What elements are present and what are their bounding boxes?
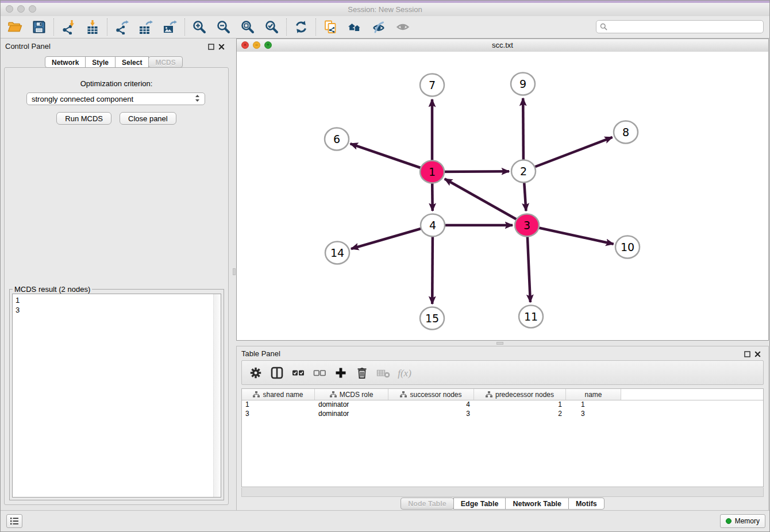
network-minimize-button[interactable]: − xyxy=(253,41,260,49)
graph-node-2[interactable]: 2 xyxy=(511,160,536,183)
search-box[interactable] xyxy=(596,20,764,33)
zoom-fit-content-button[interactable] xyxy=(236,17,260,37)
table-panel-close-icon[interactable] xyxy=(753,350,761,358)
show-all-columns-icon xyxy=(291,365,306,380)
table-panel-float-icon[interactable] xyxy=(743,350,751,358)
network-close-button[interactable]: × xyxy=(241,41,249,49)
tab-style[interactable]: Style xyxy=(85,56,116,68)
delete-table-icon xyxy=(376,365,391,380)
graph-node-8[interactable]: 8 xyxy=(614,121,638,144)
function-builder-button: f(x) xyxy=(396,365,413,381)
show-hide-graphics-details-button[interactable] xyxy=(367,17,391,37)
show-all-columns-button[interactable] xyxy=(290,365,306,381)
graph-node-7[interactable]: 7 xyxy=(420,74,444,97)
tab-mcds[interactable]: MCDS xyxy=(148,56,182,68)
table-cell[interactable]: dominator xyxy=(315,410,388,419)
table-cell[interactable]: 2 xyxy=(474,410,566,419)
column-header-name[interactable]: name xyxy=(566,389,621,400)
graph-node-4[interactable]: 4 xyxy=(421,214,445,237)
tab-network-table[interactable]: Network Table xyxy=(505,498,569,510)
close-panel-button[interactable]: Close panel xyxy=(120,112,176,125)
tab-edge-table[interactable]: Edge Table xyxy=(453,498,506,510)
delete-columns-button[interactable] xyxy=(354,365,370,381)
criterion-dropdown[interactable]: strongly connected component xyxy=(26,92,205,105)
apply-preferred-layout-icon xyxy=(294,20,309,34)
delete-table-button xyxy=(375,365,391,381)
column-header-shared-name[interactable]: shared name xyxy=(242,389,315,400)
open-session-button[interactable] xyxy=(3,17,27,37)
tab-network[interactable]: Network xyxy=(45,56,86,68)
save-session-button[interactable] xyxy=(27,17,51,37)
tab-select[interactable]: Select xyxy=(115,56,149,68)
export-image-button[interactable] xyxy=(158,17,182,37)
create-column-button[interactable] xyxy=(333,365,349,381)
node-table-rows: 1dominator4113dominator323 xyxy=(242,400,763,419)
graph-node-3[interactable]: 3 xyxy=(515,214,539,237)
export-network-button[interactable] xyxy=(110,17,134,37)
graph-node-9[interactable]: 9 xyxy=(511,73,535,95)
run-mcds-button[interactable]: Run MCDS xyxy=(56,112,111,125)
table-panel: Table Panel f(x) shared nameMCDS rolesuc… xyxy=(236,346,769,511)
graph-node-1[interactable]: 1 xyxy=(420,161,444,183)
column-source-icon xyxy=(486,391,492,398)
table-cell[interactable]: 4 xyxy=(388,400,474,410)
close-panel-icon[interactable] xyxy=(217,43,225,51)
graph-edge-3-1[interactable] xyxy=(445,179,527,225)
show-hide-panels-button[interactable] xyxy=(342,17,367,37)
table-cell[interactable]: 3 xyxy=(566,410,621,419)
control-panel: Control Panel NetworkStyleSelectMCDS Opt… xyxy=(1,38,232,511)
column-header-successor-nodes[interactable]: successor nodes xyxy=(388,389,474,400)
table-cell[interactable]: dominator xyxy=(315,400,388,410)
column-header-MCDS-role[interactable]: MCDS role xyxy=(315,389,388,400)
table-cell[interactable]: 1 xyxy=(566,400,621,410)
column-source-icon xyxy=(400,391,407,398)
table-row[interactable]: 3dominator323 xyxy=(242,410,763,419)
task-history-button[interactable] xyxy=(6,514,22,528)
table-cell[interactable]: 1 xyxy=(474,400,566,410)
column-header-predecessor-nodes[interactable]: predecessor nodes xyxy=(474,389,566,400)
hide-all-columns-button[interactable] xyxy=(311,365,328,381)
birdseye-view-icon xyxy=(395,20,410,34)
table-cell[interactable]: 3 xyxy=(388,410,474,419)
toolbar-separator xyxy=(286,18,287,36)
table-cell[interactable]: 3 xyxy=(242,410,315,419)
memory-button[interactable]: Memory xyxy=(720,514,765,528)
tab-node-table[interactable]: Node Table xyxy=(401,498,453,510)
import-network-button[interactable] xyxy=(56,17,80,37)
graph-node-15[interactable]: 15 xyxy=(420,307,444,330)
toggle-panel-split-button[interactable] xyxy=(269,365,285,381)
import-table-button[interactable] xyxy=(80,17,105,37)
graph-node-label: 9 xyxy=(519,78,526,90)
export-table-button[interactable] xyxy=(134,17,158,37)
network-maximize-button[interactable]: + xyxy=(264,41,272,49)
vertical-splitter-handle[interactable] xyxy=(233,268,236,275)
mcds-result-scrollbar[interactable] xyxy=(213,294,221,497)
float-panel-icon[interactable] xyxy=(207,43,215,51)
mcds-result-text[interactable]: 1 3 xyxy=(12,294,221,498)
search-input[interactable] xyxy=(610,22,760,32)
table-settings-gear-button[interactable] xyxy=(248,365,264,381)
graph-node-11[interactable]: 11 xyxy=(519,306,543,328)
graph-node-label: 6 xyxy=(333,133,340,145)
table-cell[interactable]: 1 xyxy=(242,400,315,410)
node-table-header: shared nameMCDS rolesuccessor nodesprede… xyxy=(242,389,763,400)
graph-node-6[interactable]: 6 xyxy=(325,128,349,151)
table-row[interactable]: 1dominator411 xyxy=(242,400,763,410)
graph-node-10[interactable]: 10 xyxy=(615,236,640,259)
new-network-from-selection-button[interactable] xyxy=(318,17,342,37)
graph-node-14[interactable]: 14 xyxy=(325,242,349,264)
zoom-in-button[interactable] xyxy=(187,17,211,37)
horizontal-splitter-handle[interactable] xyxy=(496,342,503,345)
graph-edge-3-10[interactable] xyxy=(527,225,614,244)
network-graph[interactable]: 7968124314101511 xyxy=(237,52,768,340)
network-canvas-area[interactable]: 7968124314101511 xyxy=(237,52,768,340)
apply-preferred-layout-button[interactable] xyxy=(289,17,313,37)
zoom-selected-button[interactable] xyxy=(260,17,284,37)
vertical-splitter[interactable] xyxy=(232,38,236,511)
zoom-out-button[interactable] xyxy=(211,17,236,37)
graph-edge-1-6[interactable] xyxy=(351,144,432,172)
export-image-icon xyxy=(163,20,178,34)
horizontal-splitter[interactable] xyxy=(236,341,769,346)
tab-motifs[interactable]: Motifs xyxy=(568,498,605,510)
graph-edge-2-8[interactable] xyxy=(523,137,613,171)
